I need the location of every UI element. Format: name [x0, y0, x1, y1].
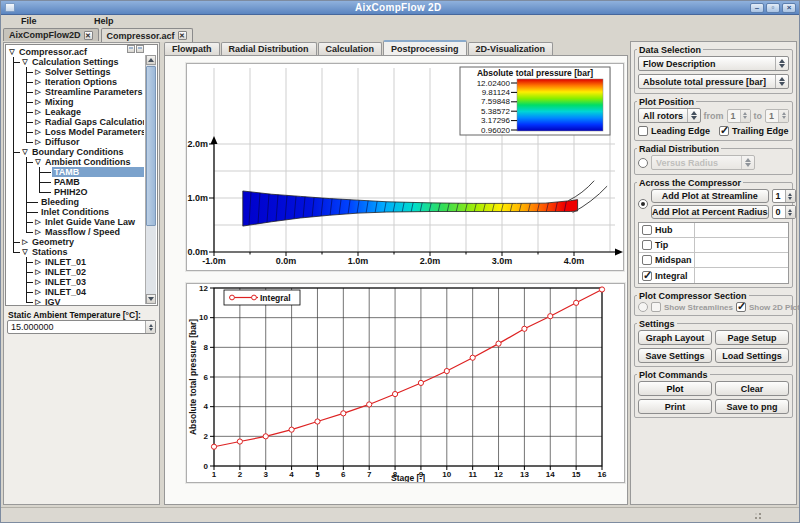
add-plot-at-streamline-button[interactable]: Add Plot at Streamline [651, 189, 769, 203]
tab-radial-distribution[interactable]: Radial Distribution [221, 42, 317, 56]
tree-scrollbar[interactable] [145, 55, 156, 304]
plot-compressor-section-radio[interactable] [638, 302, 648, 312]
expand-icon[interactable]: ▷ [33, 67, 43, 77]
minimize-button[interactable]: – [750, 3, 764, 13]
expand-icon[interactable]: ▷ [33, 297, 43, 305]
flowpath-plot[interactable]: -1.0m0.0m1.0m2.0m3.0m4.0m0.0m1.0m2.0mAbs… [186, 63, 624, 271]
graph-layout-button[interactable]: Graph Layout [638, 330, 712, 345]
doc-tab-aixcompflow2d[interactable]: AixCompFlow2D [3, 28, 99, 41]
expand-icon[interactable]: ▷ [33, 227, 43, 237]
spin-arrows-icon[interactable] [145, 321, 155, 333]
menu-file[interactable]: File [21, 16, 37, 26]
tree-item-geometry[interactable]: ▷Geometry [7, 237, 144, 247]
tree-item-streamline-parameters[interactable]: ▷Streamline Parameters [7, 87, 144, 97]
radial-distribution-radio[interactable] [638, 158, 648, 168]
tree-toolbar-button-2[interactable] [136, 45, 144, 53]
page-setup-button[interactable]: Page Setup [715, 330, 789, 345]
tree-item-loss-model-parameters[interactable]: ▷Loss Model Parameters [7, 127, 144, 137]
tree-item-igv[interactable]: ▷IGV [7, 297, 144, 305]
tree-item-boundary-conditions[interactable]: ▽Boundary Conditions [7, 147, 144, 157]
scroll-up-icon[interactable] [146, 55, 156, 65]
tree-item-stations[interactable]: ▽Stations [7, 247, 144, 257]
collapse-icon[interactable]: ▽ [7, 47, 17, 57]
tree-item-inlet-guide-vane-law[interactable]: ▷Inlet Guide Vane Law [7, 217, 144, 227]
tree-item-leakage[interactable]: ▷Leakage [7, 107, 144, 117]
from-spinbox[interactable]: 1 [727, 109, 751, 123]
save-to-png-button[interactable]: Save to png [715, 399, 789, 414]
load-settings-button[interactable]: Load Settings [715, 348, 789, 363]
tree-item-phih2o[interactable]: PHIH2O [7, 187, 144, 197]
project-tree[interactable]: ▽Compressor.acf▽Calculation Settings▷Sol… [5, 44, 158, 306]
tree-item-inlet-04[interactable]: ▷INLET_04 [7, 287, 144, 297]
collapse-icon[interactable]: ▽ [33, 157, 43, 167]
tab-postprocessing[interactable]: Postprocessing [383, 40, 467, 56]
tree-item-pamb[interactable]: PAMB [7, 177, 144, 187]
tree-item-inlet-conditions[interactable]: Inlet Conditions [7, 207, 144, 217]
versus-radius-combo[interactable]: Versus Radius [651, 155, 755, 170]
tree-item-massflow-speed[interactable]: ▷Massflow / Speed [7, 227, 144, 237]
maximize-button[interactable]: ▫ [766, 3, 780, 13]
collapse-icon[interactable]: ▽ [20, 57, 30, 67]
plot-button[interactable]: Plot [638, 381, 712, 396]
tree-item-mixing[interactable]: ▷Mixing [7, 97, 144, 107]
to-spinbox[interactable]: 1 [765, 109, 789, 123]
expand-icon[interactable]: ▷ [33, 127, 43, 137]
checkbox-show-streamlines[interactable]: Show Streamlines [651, 302, 733, 312]
tree-item-ambient-conditions[interactable]: ▽Ambient Conditions [7, 157, 144, 167]
expand-icon[interactable]: ▷ [33, 137, 43, 147]
print-button[interactable]: Print [638, 399, 712, 414]
across-compressor-radio[interactable] [638, 199, 648, 209]
collapse-icon[interactable]: ▽ [20, 247, 30, 257]
expand-icon[interactable]: ▷ [33, 117, 43, 127]
checkbox-integral[interactable]: Integral [639, 268, 695, 283]
tree-item-inlet-02[interactable]: ▷INLET_02 [7, 267, 144, 277]
pressure-line-plot[interactable]: 12345678910111213141516024681012Integral… [186, 283, 625, 483]
menu-help[interactable]: Help [94, 16, 114, 26]
tree-item-diffusor[interactable]: ▷Diffusor [7, 137, 144, 147]
tree-item-iteration-options[interactable]: ▷Iteration Options [7, 77, 144, 87]
scroll-down-icon[interactable] [146, 294, 156, 304]
checkbox-show-2d-plot[interactable]: Show 2D Plot [736, 302, 800, 312]
tab-flowpath[interactable]: Flowpath [164, 42, 220, 56]
close-button[interactable]: × [782, 3, 796, 13]
tab-calculation[interactable]: Calculation [318, 42, 383, 56]
collapse-icon[interactable]: ▽ [20, 147, 30, 157]
tree-item-tamb[interactable]: TAMB [7, 167, 144, 177]
data-category-combo[interactable]: Flow Description [638, 56, 789, 71]
checkbox-trailing-edge[interactable]: Trailing Edge [719, 126, 789, 136]
tree-item-inlet-01[interactable]: ▷INLET_01 [7, 257, 144, 267]
checkbox-hub[interactable]: Hub [639, 223, 695, 237]
expand-icon[interactable]: ▷ [33, 77, 43, 87]
close-icon[interactable] [84, 31, 93, 40]
rotor-selection-combo[interactable]: All rotors [638, 108, 701, 123]
checkbox-midspan[interactable]: Midspan [639, 253, 695, 267]
tab-2d-visualization[interactable]: 2D-Visualization [468, 42, 553, 56]
add-plot-at-percent-radius-button[interactable]: Add Plot at Percent Radius [651, 205, 769, 219]
add-plot-at-percent-radius-spinbox[interactable]: 0 [772, 205, 796, 219]
resize-grip-icon[interactable] [752, 511, 761, 519]
expand-icon[interactable]: ▷ [33, 97, 43, 107]
tree-item-inlet-03[interactable]: ▷INLET_03 [7, 277, 144, 287]
tree-item-bleeding[interactable]: Bleeding [7, 197, 144, 207]
tree-item-compressor-acf[interactable]: ▽Compressor.acf [7, 47, 144, 57]
tree-item-calculation-settings[interactable]: ▽Calculation Settings [7, 57, 144, 67]
expand-icon[interactable]: ▷ [33, 287, 43, 297]
expand-icon[interactable]: ▷ [33, 267, 43, 277]
checkbox-tip[interactable]: Tip [639, 238, 695, 252]
expand-icon[interactable]: ▷ [33, 217, 43, 227]
expand-icon[interactable]: ▷ [33, 257, 43, 267]
save-settings-button[interactable]: Save Settings [638, 348, 712, 363]
tree-item-radial-gaps-calculation[interactable]: ▷Radial Gaps Calculation [7, 117, 144, 127]
expand-icon[interactable]: ▷ [33, 107, 43, 117]
checkbox-leading-edge[interactable]: Leading Edge [638, 126, 710, 136]
tree-toolbar-button-1[interactable] [127, 45, 135, 53]
clear-button[interactable]: Clear [715, 381, 789, 396]
expand-icon[interactable]: ▷ [33, 277, 43, 287]
data-quantity-combo[interactable]: Absolute total pressure [bar] [638, 74, 789, 89]
ambient-temperature-spinbox[interactable]: 15.000000 [7, 320, 156, 334]
close-icon[interactable] [178, 31, 187, 40]
scrollbar-handle[interactable] [146, 66, 156, 226]
expand-icon[interactable]: ▷ [20, 237, 30, 247]
expand-icon[interactable]: ▷ [33, 87, 43, 97]
add-plot-at-streamline-spinbox[interactable]: 1 [772, 189, 796, 203]
